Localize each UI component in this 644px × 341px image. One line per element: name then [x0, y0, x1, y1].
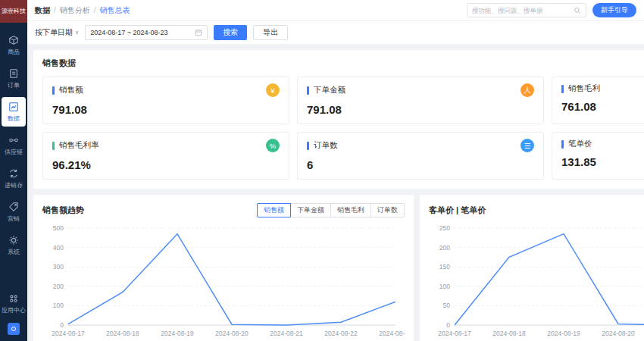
sidebar-item-label: 商品: [8, 48, 20, 56]
sidebar-item-orders[interactable]: 订单: [2, 64, 26, 93]
sales-data-card: 销售数据 销售额 ¥ 791.08 下单金额 人 7: [33, 50, 644, 189]
breadcrumb-separator: /: [94, 6, 96, 14]
price-per-order-card: 客单价 | 笔单价 0501001502002502024-08-172024-…: [420, 195, 644, 341]
filter-bar: 按下单日期 ∨ 搜索 导出: [27, 21, 644, 44]
svg-text:2024-08-19: 2024-08-19: [161, 330, 194, 337]
tab-sales-amount[interactable]: 销售额: [257, 203, 291, 217]
date-range-picker[interactable]: [85, 25, 208, 40]
breadcrumb-sales-analysis[interactable]: 销售分析: [60, 5, 90, 16]
price-per-order-line-chart: 0501001502002502024-08-172024-08-182024-…: [429, 221, 644, 340]
breadcrumb-separator: /: [54, 6, 56, 14]
metric-label: 下单金额: [314, 85, 345, 95]
breadcrumb: 数据 / 销售分析 / 销售总表: [35, 5, 130, 16]
breadcrumb-data[interactable]: 数据: [35, 5, 50, 16]
svg-text:2024-08-18: 2024-08-18: [106, 330, 139, 337]
main-area: 数据 / 销售分析 / 销售总表 新手引导 按下单日期 ∨ 搜索 导出 销售数据: [27, 0, 644, 341]
supply-chain-icon: [8, 135, 19, 145]
content: 销售数据 销售额 ¥ 791.08 下单金额 人 7: [27, 44, 644, 341]
svg-text:150: 150: [439, 263, 450, 271]
sidebar-item-system[interactable]: 系统: [2, 230, 26, 260]
svg-text:2024-08-22: 2024-08-22: [324, 330, 358, 337]
metric-label: 笔单价: [568, 139, 592, 149]
sidebar-bottom: 应用中心: [2, 289, 26, 338]
sidebar-item-label: 应用中心: [2, 306, 26, 314]
svg-text:0: 0: [446, 321, 450, 329]
svg-text:2024-08-21: 2024-08-21: [270, 330, 303, 337]
svg-text:50: 50: [443, 302, 451, 309]
user-circle-icon: 人: [521, 83, 534, 97]
svg-text:400: 400: [53, 244, 64, 252]
sidebar-item-data[interactable]: 数据: [2, 97, 26, 127]
search-input[interactable]: [472, 7, 574, 14]
accent-bar: [307, 86, 309, 95]
metrics-grid: 销售额 ¥ 791.08 下单金额 人 791.08: [42, 77, 644, 180]
top-bar: 数据 / 销售分析 / 销售总表 新手引导: [27, 0, 644, 21]
search-icon[interactable]: [574, 7, 581, 14]
gear-icon: [8, 235, 19, 246]
accent-bar: [307, 142, 309, 150]
percent-circle-icon: %: [266, 139, 280, 152]
svg-text:2024-08-19: 2024-08-19: [547, 330, 580, 337]
sidebar-item-goods[interactable]: 商品: [2, 30, 26, 60]
sidebar-item-app-center[interactable]: 应用中心: [2, 289, 26, 318]
sidebar-item-label: 供应链: [5, 148, 23, 156]
svg-text:0: 0: [60, 321, 64, 329]
tab-order-count[interactable]: 订单数: [370, 203, 405, 217]
sidebar-item-label: 系统: [8, 248, 20, 256]
sidebar-item-label: 订单: [8, 81, 20, 89]
metric-tile-order-amount: 下单金额 人 791.08: [297, 77, 544, 124]
breadcrumb-sales-summary[interactable]: 销售总表: [100, 5, 130, 16]
date-type-label: 按下单日期: [35, 27, 73, 38]
sales-trend-line-chart: 01002003004005002024-08-172024-08-182024…: [42, 221, 405, 340]
svg-text:250: 250: [439, 224, 450, 232]
price-per-order-title: 客单价 | 笔单价: [429, 205, 486, 216]
svg-text:100: 100: [439, 283, 450, 290]
svg-text:500: 500: [53, 224, 64, 232]
svg-text:200: 200: [439, 244, 450, 252]
sidebar-item-label: 进销存: [5, 181, 23, 189]
metric-label: 销售毛利率: [59, 140, 99, 151]
export-button[interactable]: 导出: [253, 25, 288, 40]
metric-tile-avg-order-value: 笔单价 131.85: [552, 132, 644, 180]
sales-trend-card: 销售额趋势 销售额 下单金额 销售毛利 订单数 0100200300400500…: [33, 195, 414, 341]
sales-trend-title: 销售额趋势: [42, 205, 84, 216]
sidebar-item-label: 营销: [8, 214, 20, 223]
data-chart-icon: [8, 102, 19, 112]
accent-bar: [561, 140, 564, 149]
tab-order-amount[interactable]: 下单金额: [290, 203, 331, 217]
marketing-tag-icon: [8, 202, 19, 212]
order-circle-icon: ☰: [521, 139, 534, 152]
date-type-dropdown[interactable]: 按下单日期 ∨: [35, 27, 79, 38]
guide-button[interactable]: 新手引导: [592, 3, 636, 17]
date-range-input[interactable]: [90, 29, 192, 36]
sales-trend-tabs: 销售额 下单金额 销售毛利 订单数: [257, 203, 405, 217]
metric-tile-sales-amount: 销售额 ¥ 791.08: [42, 77, 289, 124]
metric-tile-order-count: 订单数 ☰ 6: [297, 132, 544, 180]
charts-row: 销售额趋势 销售额 下单金额 销售毛利 订单数 0100200300400500…: [33, 195, 638, 341]
search-button[interactable]: 搜索: [214, 25, 247, 40]
sidebar-item-supply-chain[interactable]: 供应链: [2, 130, 26, 160]
support-icon[interactable]: [8, 323, 20, 335]
svg-text:200: 200: [53, 283, 64, 290]
metric-tile-gross-margin: 销售毛利率 % 96.21%: [42, 132, 289, 180]
accent-bar: [561, 85, 564, 93]
metric-value: 761.08: [561, 100, 644, 113]
global-search[interactable]: [467, 3, 586, 17]
metric-label: 订单数: [314, 140, 338, 151]
metric-label: 销售额: [59, 85, 83, 95]
sidebar: 源壹科技 商品 订单 数据 供应链 进销存 营销 系统: [0, 0, 27, 341]
metric-tile-gross-profit: 销售毛利 761.08: [552, 77, 644, 124]
metric-value: 6: [307, 158, 534, 171]
svg-text:2024-08-23: 2024-08-23: [379, 330, 405, 337]
accent-bar: [52, 86, 55, 95]
sidebar-item-inventory[interactable]: 进销存: [2, 164, 26, 193]
metric-label: 销售毛利: [568, 83, 600, 94]
inventory-cycle-icon: [8, 168, 19, 179]
tab-gross-profit[interactable]: 销售毛利: [330, 203, 371, 217]
sidebar-item-label: 数据: [8, 114, 20, 123]
sidebar-item-marketing[interactable]: 营销: [2, 197, 26, 227]
svg-text:2024-08-17: 2024-08-17: [438, 330, 471, 337]
metric-value: 791.08: [52, 103, 280, 116]
svg-text:2024-08-18: 2024-08-18: [492, 330, 526, 337]
yen-circle-icon: ¥: [266, 83, 280, 97]
